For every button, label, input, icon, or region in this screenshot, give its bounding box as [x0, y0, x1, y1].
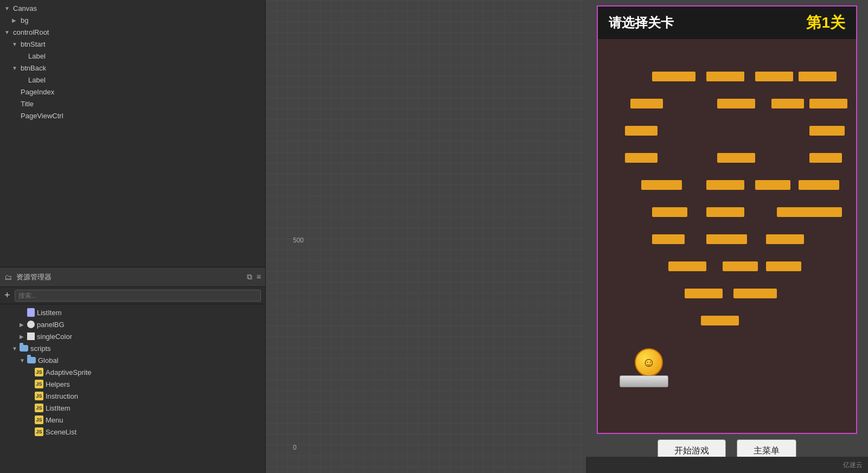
tree-arrow: ▼ [12, 41, 20, 47]
platform-24 [668, 261, 706, 271]
center-canvas-panel: 500 0 [266, 0, 586, 473]
asset-item-adaptiveSprite[interactable]: JSAdaptiveSprite [0, 366, 265, 378]
asset-label: Global [38, 356, 59, 365]
asset-toolbar: + [0, 287, 265, 304]
platform-26 [766, 261, 801, 271]
asset-label: AdaptiveSprite [46, 368, 92, 376]
canvas-label-500: 500 [293, 237, 304, 244]
hierarchy-item-title[interactable]: Title [0, 98, 265, 110]
tree-arrow: ▶ [12, 17, 20, 23]
asset-header: 🗂 资源管理器 ⧉ ≡ [0, 267, 265, 287]
platform-17 [652, 207, 687, 217]
asset-label: scripts [30, 344, 51, 353]
tree-label: Title [21, 100, 34, 108]
platform-5 [717, 99, 755, 108]
tree-label: bg [21, 16, 28, 24]
hierarchy-item-canvas[interactable]: ▼Canvas [0, 2, 265, 14]
copy-icon[interactable]: ⧉ [247, 272, 252, 282]
platform-4 [630, 99, 663, 108]
search-input[interactable] [15, 290, 261, 302]
asset-arrow: ▶ [20, 322, 27, 328]
left-panel: ▼Canvas▶bg▼controlRoot▼btnStartLabel▼btn… [0, 0, 266, 473]
platform-28 [733, 289, 777, 298]
hierarchy-item-label2[interactable]: Label [0, 74, 265, 86]
bottom-bar: 亿迷云 [586, 457, 868, 473]
asset-label: Instruction [46, 392, 78, 400]
brand-label: 亿迷云 [843, 461, 863, 470]
square-icon [27, 333, 35, 340]
platform-12 [809, 153, 842, 163]
asset-item-global[interactable]: ▼Global [0, 354, 265, 366]
right-panel: 请选择关卡 第1关 开始游戏 主菜单 亿迷云 [586, 0, 868, 473]
game-header: 请选择关卡 第1关 [598, 7, 856, 39]
asset-label: Helpers [46, 380, 70, 388]
asset-item-singleColor[interactable]: ▶singleColor [0, 330, 265, 342]
asset-item-sceneList[interactable]: JSSceneList [0, 426, 265, 438]
js-file-icon: JS [35, 368, 43, 376]
platform-13 [641, 180, 682, 190]
game-level: 第1关 [806, 12, 845, 33]
file-icon [27, 308, 35, 317]
asset-item-listItem1[interactable]: ListItem [0, 306, 265, 318]
game-ball [635, 348, 663, 376]
platform-21 [652, 234, 685, 244]
circle-icon [27, 321, 35, 328]
asset-content: ListItem▶panelBG▶singleColor▼scripts▼Glo… [0, 304, 265, 473]
asset-item-menu[interactable]: JSMenu [0, 414, 265, 426]
hierarchy-item-pageIndex[interactable]: PageIndex [0, 86, 265, 98]
platform-9 [809, 126, 845, 136]
platform-3 [799, 72, 837, 81]
asset-label: SceneList [46, 428, 76, 436]
game-paddle [620, 375, 668, 387]
asset-manager-title: 资源管理器 [16, 272, 242, 282]
js-file-icon: JS [35, 392, 43, 400]
tree-arrow: ▼ [12, 65, 20, 71]
tree-label: PageViewCtrl [21, 112, 63, 120]
hierarchy-item-btnBack[interactable]: ▼btnBack [0, 62, 265, 74]
menu-icon[interactable]: ≡ [257, 272, 261, 282]
add-asset-button[interactable]: + [4, 290, 10, 301]
asset-item-panelBG[interactable]: ▶panelBG [0, 318, 265, 330]
asset-item-listItem2[interactable]: JSListItem [0, 402, 265, 414]
tree-label: Canvas [13, 4, 37, 12]
js-file-icon: JS [35, 427, 43, 436]
game-area [598, 39, 856, 397]
platform-22 [706, 234, 747, 244]
folder-icon [27, 357, 36, 363]
platform-0 [652, 72, 695, 81]
platform-8 [625, 126, 658, 136]
platform-15 [755, 180, 790, 190]
platform-27 [685, 289, 723, 298]
game-title: 请选择关卡 [609, 14, 674, 31]
asset-label: singleColor [37, 333, 72, 341]
platform-23 [766, 234, 804, 244]
platform-2 [755, 72, 793, 81]
asset-label: Menu [46, 416, 63, 424]
hierarchy-panel: ▼Canvas▶bg▼controlRoot▼btnStartLabel▼btn… [0, 0, 265, 267]
hierarchy-item-pageViewCtrl[interactable]: PageViewCtrl [0, 110, 265, 122]
hierarchy-item-bg[interactable]: ▶bg [0, 14, 265, 26]
tree-label: Label [28, 76, 46, 84]
asset-item-instruction[interactable]: JSInstruction [0, 390, 265, 402]
hierarchy-item-label1[interactable]: Label [0, 50, 265, 62]
asset-item-helpers[interactable]: JSHelpers [0, 378, 265, 390]
hierarchy-item-controlRoot[interactable]: ▼controlRoot [0, 26, 265, 38]
asset-label: ListItem [37, 309, 62, 317]
platform-1 [706, 72, 744, 81]
asset-item-scripts[interactable]: ▼scripts [0, 342, 265, 354]
js-file-icon: JS [35, 416, 43, 424]
game-preview: 请选择关卡 第1关 [597, 5, 857, 434]
platform-16 [799, 180, 839, 190]
asset-controls: ⧉ ≡ [247, 272, 261, 282]
asset-arrow: ▼ [12, 346, 20, 351]
tree-label: controlRoot [13, 28, 49, 36]
tree-label: Label [28, 52, 46, 60]
canvas-grid [266, 0, 586, 473]
hierarchy-item-btnStart[interactable]: ▼btnStart [0, 38, 265, 50]
platform-7 [809, 99, 847, 108]
platform-29 [701, 316, 739, 325]
tree-arrow: ▼ [4, 5, 12, 11]
js-file-icon: JS [35, 404, 43, 412]
asset-arrow: ▼ [20, 357, 27, 363]
platform-11 [717, 153, 755, 163]
